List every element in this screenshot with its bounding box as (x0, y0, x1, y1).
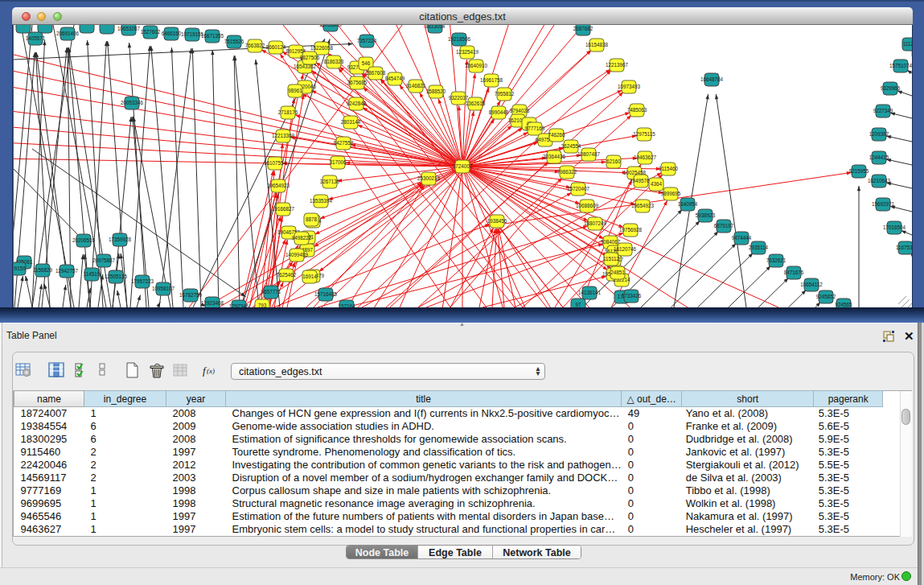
svg-text:317006: 317006 (329, 159, 347, 165)
svg-text:1527602: 1527602 (141, 29, 161, 35)
svg-text:18807249: 18807249 (584, 220, 607, 226)
svg-text:16914: 16914 (302, 274, 317, 279)
svg-text:8990448: 8990448 (489, 109, 509, 115)
svg-text:9322037: 9322037 (449, 95, 469, 101)
svg-text:924565: 924565 (835, 302, 852, 307)
svg-text:6466160: 6466160 (162, 31, 182, 36)
svg-text:8813054: 8813054 (425, 25, 446, 29)
svg-text:9794028: 9794028 (510, 108, 530, 113)
svg-text:17957223: 17957223 (131, 278, 154, 284)
svg-text:19218506: 19218506 (448, 36, 471, 42)
svg-text:14136141: 14136141 (578, 290, 602, 295)
svg-text:3675685: 3675685 (347, 80, 368, 85)
svg-text:19166827: 19166827 (272, 206, 295, 212)
svg-text:9115460: 9115460 (659, 166, 679, 171)
svg-text:14099489: 14099489 (285, 252, 309, 257)
svg-text:(x): (x) (207, 367, 215, 375)
svg-text:3624554: 3624554 (561, 143, 581, 149)
svg-text:9227349: 9227349 (873, 108, 893, 113)
svg-text:20691406: 20691406 (56, 31, 80, 36)
svg-text:20364436: 20364436 (543, 154, 566, 159)
svg-text:7625462: 7625462 (277, 272, 297, 278)
svg-text:1724007: 1724007 (453, 163, 473, 169)
svg-text:1640954: 1640954 (678, 201, 698, 207)
svg-text:8878: 8878 (306, 216, 318, 222)
svg-text:1209387: 1209387 (869, 131, 889, 137)
svg-text:3267130: 3267130 (320, 179, 340, 184)
svg-text:546: 546 (362, 60, 371, 66)
svg-text:9245652: 9245652 (816, 294, 836, 299)
svg-text:8186328: 8186328 (324, 59, 344, 64)
svg-text:7955812: 7955812 (495, 91, 515, 97)
svg-text:10654112: 10654112 (800, 282, 823, 287)
svg-text:9329966: 9329966 (881, 85, 901, 91)
svg-text:10653267: 10653267 (117, 26, 141, 31)
svg-text:10973493: 10973493 (618, 84, 641, 89)
svg-text:10688609: 10688609 (576, 203, 599, 208)
svg-text:1156829: 1156829 (33, 267, 53, 273)
svg-text:12213967: 12213967 (606, 62, 629, 68)
svg-text:8471676: 8471676 (784, 270, 804, 275)
svg-text:12975115: 12975115 (633, 131, 655, 137)
svg-text:9899695: 9899695 (661, 191, 681, 196)
svg-text:2718176: 2718176 (278, 109, 298, 115)
svg-text:17359928: 17359928 (109, 237, 132, 242)
svg-text:19756928: 19756928 (619, 227, 643, 233)
svg-text:20975887: 20975887 (92, 257, 116, 263)
svg-text:16961758: 16961758 (480, 77, 503, 83)
svg-text:12942757: 12942757 (55, 268, 79, 274)
svg-text:746266: 746266 (548, 132, 565, 138)
svg-text:16210643: 16210643 (868, 178, 891, 183)
svg-text:115112: 115112 (603, 256, 620, 262)
svg-text:16648784: 16648784 (700, 76, 724, 82)
svg-text:8660124: 8660124 (266, 44, 286, 50)
svg-text:16033809: 16033809 (319, 25, 343, 27)
svg-text:2867608: 2867608 (366, 70, 386, 76)
svg-text:7663822: 7663822 (245, 43, 265, 48)
svg-text:8427552: 8427552 (334, 140, 354, 146)
svg-text:99159: 99159 (14, 266, 26, 271)
svg-text:2935114: 2935114 (749, 245, 769, 250)
svg-text:7986322: 7986322 (557, 169, 577, 175)
svg-text:5938923: 5938923 (696, 212, 716, 218)
svg-text:17016504: 17016504 (883, 225, 906, 230)
svg-text:9498222: 9498222 (292, 235, 312, 241)
svg-text:19463627: 19463627 (634, 154, 657, 160)
svg-text:12325419: 12325419 (456, 49, 479, 55)
svg-text:19654923: 19654923 (631, 203, 655, 208)
svg-text:9657771: 9657771 (261, 289, 281, 295)
svg-text:2687682: 2687682 (573, 26, 593, 31)
svg-text:1733426: 1733426 (622, 293, 642, 299)
svg-text:2803144: 2803144 (341, 119, 361, 125)
svg-text:15226058: 15226058 (310, 45, 334, 51)
svg-text:7632621: 7632621 (766, 257, 786, 263)
svg-text:1588520: 1588520 (426, 89, 446, 94)
svg-text:62160: 62160 (606, 159, 621, 164)
svg-text:9146821: 9146821 (406, 83, 426, 89)
svg-text:16107554: 16107554 (264, 160, 287, 166)
svg-text:114519: 114519 (84, 271, 101, 277)
svg-text:1167534: 1167534 (896, 245, 912, 250)
svg-text:4364: 4364 (651, 181, 663, 187)
svg-text:10807487: 10807487 (577, 151, 601, 157)
svg-text:15692971: 15692971 (872, 201, 895, 207)
svg-text:12213369: 12213369 (272, 133, 295, 138)
svg-text:9084067: 9084067 (601, 239, 621, 245)
svg-text:18640910: 18640910 (465, 63, 488, 68)
svg-text:9827506: 9827506 (300, 55, 320, 60)
svg-text:15716485: 15716485 (314, 291, 338, 297)
svg-text:1938456: 1938456 (487, 218, 507, 224)
svg-text:1244415: 1244415 (869, 154, 889, 160)
svg-text:13535394: 13535394 (310, 198, 333, 204)
svg-text:16782759: 16782759 (179, 292, 203, 298)
svg-text:6879197: 6879197 (714, 223, 734, 229)
svg-text:16671355: 16671355 (201, 33, 224, 39)
svg-text:9777169: 9777169 (525, 126, 545, 131)
svg-text:7485063: 7485063 (627, 107, 647, 113)
svg-text:16154838: 16154838 (585, 42, 609, 47)
svg-text:7357224: 7357224 (357, 38, 377, 43)
svg-text:15720407: 15720407 (567, 186, 590, 192)
svg-text:97: 97 (575, 302, 581, 307)
svg-text:11123: 11123 (903, 41, 912, 47)
svg-text:12505135: 12505135 (105, 274, 128, 279)
